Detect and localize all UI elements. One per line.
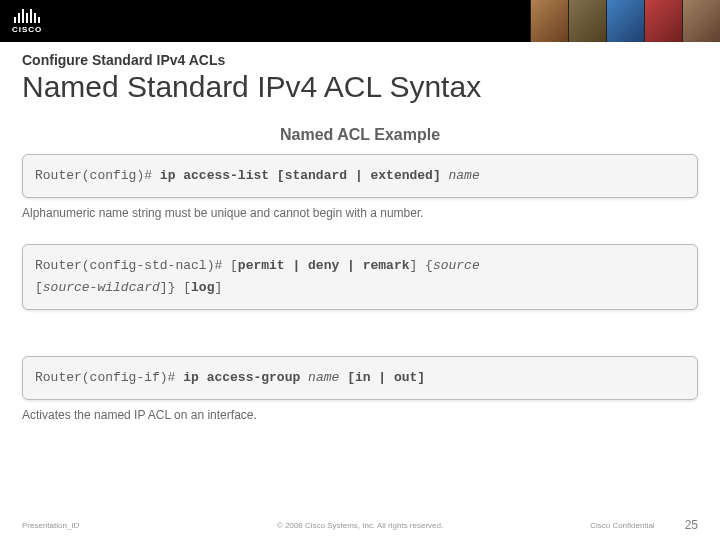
bracket: ]} [ <box>160 280 191 295</box>
bracket: [ <box>35 280 43 295</box>
cisco-logo: CISCO <box>12 9 42 34</box>
syntax-panel-3: Router(config-if)# ip access-group name … <box>22 356 698 400</box>
logo-bars-icon <box>14 9 40 23</box>
bracket: ] { <box>410 258 433 273</box>
explanation-text-3: Activates the named IP ACL on an interfa… <box>22 408 698 422</box>
logo-text: CISCO <box>12 25 42 34</box>
prompt-text: Router(config)# <box>35 168 152 183</box>
command-keyword: permit | deny | remark <box>238 258 410 273</box>
prompt-text: Router(config-std-nacl)# <box>35 258 222 273</box>
explanation-text-1: Alphanumeric name string must be unique … <box>22 206 698 220</box>
command-arg: source-wildcard <box>43 280 160 295</box>
slide-overline: Configure Standard IPv4 ACLs <box>22 52 698 68</box>
bracket: [ <box>230 258 238 273</box>
syntax-panel-1: Router(config)# ip access-list [standard… <box>22 154 698 198</box>
header-photos <box>530 0 720 42</box>
page-number: 25 <box>685 518 698 532</box>
command-arg: name <box>308 370 339 385</box>
command-keyword: log <box>191 280 214 295</box>
header-bar: CISCO <box>0 0 720 42</box>
slide-content: Configure Standard IPv4 ACLs Named Stand… <box>0 42 720 422</box>
footer-copyright: © 2008 Cisco Systems, Inc. All rights re… <box>277 521 443 530</box>
slide-title: Named Standard IPv4 ACL Syntax <box>22 70 698 104</box>
footer-left: Presentation_ID <box>22 521 79 530</box>
command-arg: name <box>449 168 480 183</box>
command-keyword: ip access-list [standard | extended] <box>160 168 441 183</box>
command-keyword: [in | out] <box>347 370 425 385</box>
prompt-text: Router(config-if)# <box>35 370 175 385</box>
syntax-panel-2: Router(config-std-nacl)# [permit | deny … <box>22 244 698 310</box>
command-arg: source <box>433 258 480 273</box>
command-keyword: ip access-group <box>183 370 300 385</box>
slide-footer: Presentation_ID © 2008 Cisco Systems, In… <box>0 518 720 532</box>
spacer <box>22 318 698 332</box>
bracket: ] <box>214 280 222 295</box>
example-heading: Named ACL Example <box>22 126 698 144</box>
footer-confidential: Cisco Confidential <box>590 521 654 530</box>
